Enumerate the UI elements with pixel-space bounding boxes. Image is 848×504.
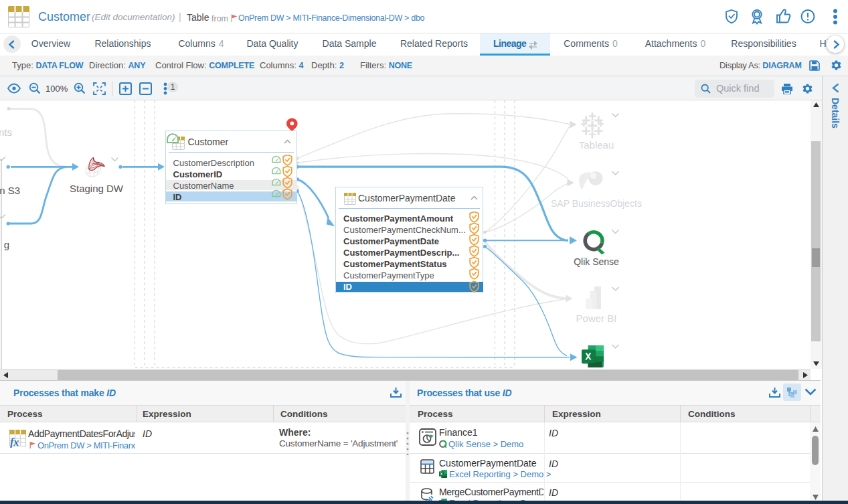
svg-text:fx: fx <box>10 436 19 448</box>
